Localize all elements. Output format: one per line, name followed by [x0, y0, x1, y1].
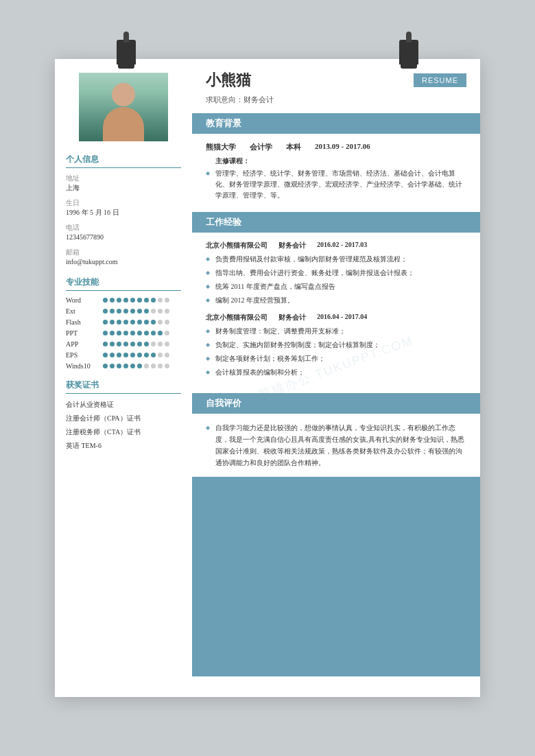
skill-dots	[103, 331, 169, 335]
education-section-header: 教育背景	[192, 113, 480, 134]
work-bullet: 财务制度管理：制定、调整费用开支标准；	[206, 326, 466, 337]
skill-dot	[123, 309, 128, 314]
job-intent-label: 求职意向：	[206, 95, 243, 104]
skill-dot	[110, 342, 115, 346]
skill-dot	[110, 309, 115, 314]
edu-major: 会计学	[250, 142, 272, 152]
work-title: 工作经验	[206, 216, 241, 228]
self-eval-text: 自我学习能力还是比较强的，想做的事情认真，专业知识扎实，有积极的工作态度，我是一…	[206, 422, 466, 469]
skill-dot	[117, 364, 121, 368]
work-row: 北京小熊猫有限公司财务会计2016.02 - 2017.03	[206, 241, 466, 250]
skill-dot	[130, 364, 135, 368]
skill-row: Word	[66, 296, 181, 304]
skill-dots	[103, 364, 169, 368]
skill-dots	[103, 353, 169, 357]
skill-dot	[117, 342, 121, 346]
birthday-label: 生日	[66, 198, 181, 207]
skill-dot	[165, 353, 169, 357]
work-bullet: 负责费用报销及付款审核，编制内部财务管理规范及核算流程；	[206, 254, 466, 265]
skill-dots	[103, 320, 169, 324]
edu-row: 熊猫大学 会计学 本科 2013.09 - 2017.06	[206, 142, 466, 152]
skill-dot	[165, 320, 169, 324]
skill-dot	[123, 320, 128, 324]
skill-name: Word	[66, 296, 103, 304]
skill-dot	[123, 342, 128, 346]
work-entry: 北京小熊猫有限公司财务会计2016.04 - 2017.04财务制度管理：制定、…	[206, 313, 466, 378]
birthday-value: 1996 年 5 月 16 日	[66, 207, 181, 217]
skill-dot	[110, 298, 115, 303]
skill-dot	[103, 320, 108, 324]
applicant-name: 小熊猫	[206, 70, 251, 91]
skill-name: Ext	[66, 307, 103, 315]
skill-dot	[137, 309, 142, 314]
self-eval-section-header: 自我评价	[192, 393, 480, 414]
edu-degree: 本科	[286, 142, 301, 152]
skill-dot	[144, 331, 149, 335]
resume-body: 个人信息 地址 上海 生日 1996 年 5 月 16 日 电话 1234567…	[55, 59, 480, 676]
job-intent: 求职意向：财务会计	[206, 95, 466, 105]
phone-label: 电话	[66, 223, 181, 232]
award-item: 英语 TEM-6	[66, 440, 181, 451]
clip-left	[117, 40, 136, 64]
skill-dot	[130, 298, 135, 303]
work-bullet: 统筹 2011 年度资产盘点，编写盘点报告	[206, 281, 466, 292]
skill-dots	[103, 309, 169, 314]
name-row: 小熊猫 RESUME	[206, 70, 466, 91]
work-bullet: 负制定、实施内部财务控制制度；制定会计核算制度；	[206, 340, 466, 351]
skill-dot	[151, 342, 156, 346]
skill-name: APP	[66, 340, 103, 348]
skill-dot	[110, 353, 115, 357]
skill-dot	[137, 342, 142, 346]
work-period: 2016.04 - 2017.04	[317, 313, 367, 322]
skill-dot	[103, 331, 108, 335]
skill-row: Winds10	[66, 362, 181, 370]
skill-name: Flash	[66, 318, 103, 326]
work-period: 2016.02 - 2017.03	[317, 241, 367, 250]
skill-dot	[130, 309, 135, 314]
skill-dot	[110, 364, 115, 368]
award-item: 注册税务师（CTA）证书	[66, 427, 181, 437]
address-value: 上海	[66, 182, 181, 193]
skill-dot	[151, 298, 156, 303]
education-title: 教育背景	[206, 117, 241, 130]
skill-dot	[165, 331, 169, 335]
skill-dot	[137, 320, 142, 324]
photo-person	[79, 73, 168, 141]
skill-dot	[103, 298, 108, 303]
skill-dot	[117, 309, 121, 314]
courses-label: 主修课程：	[206, 156, 466, 166]
skill-dot	[137, 364, 142, 368]
work-section-header: 工作经验	[192, 212, 480, 233]
skill-dot	[158, 364, 163, 368]
skill-dots	[103, 298, 169, 303]
skill-dot	[123, 298, 128, 303]
edu-period: 2013.09 - 2017.06	[315, 142, 370, 152]
skill-dot	[151, 364, 156, 368]
skill-dot	[103, 364, 108, 368]
skill-dot	[123, 364, 128, 368]
skill-dot	[165, 342, 169, 346]
skill-dot	[117, 353, 121, 357]
phone-value: 12345677890	[66, 232, 181, 242]
job-intent-value: 财务会计	[243, 95, 274, 104]
skill-dot	[158, 309, 163, 314]
skill-dot	[151, 309, 156, 314]
work-body: 北京小熊猫有限公司财务会计2016.02 - 2017.03负责费用报销及付款审…	[192, 233, 480, 393]
resume-paper: 个人信息 地址 上海 生日 1996 年 5 月 16 日 电话 1234567…	[55, 59, 480, 697]
skill-dots	[103, 342, 169, 346]
skill-dot	[144, 364, 149, 368]
education-body: 熊猫大学 会计学 本科 2013.09 - 2017.06 主修课程： 管理学、…	[192, 134, 480, 212]
award-item: 注册会计师（CPA）证书	[66, 413, 181, 423]
email-label: 邮箱	[66, 248, 181, 257]
skill-dot	[144, 353, 149, 357]
skill-dot	[130, 320, 135, 324]
skill-name: PPT	[66, 329, 103, 337]
skill-row: APP	[66, 340, 181, 348]
main-content: 小熊猫 RESUME 求职意向：财务会计 教育背景 熊猫大学 会计学 本科	[192, 59, 480, 676]
skill-dot	[158, 353, 163, 357]
skill-dot	[137, 298, 142, 303]
skill-dot	[158, 331, 163, 335]
work-entry: 北京小熊猫有限公司财务会计2016.02 - 2017.03负责费用报销及付款审…	[206, 241, 466, 306]
photo-box	[79, 73, 168, 141]
skill-row: PPT	[66, 329, 181, 337]
